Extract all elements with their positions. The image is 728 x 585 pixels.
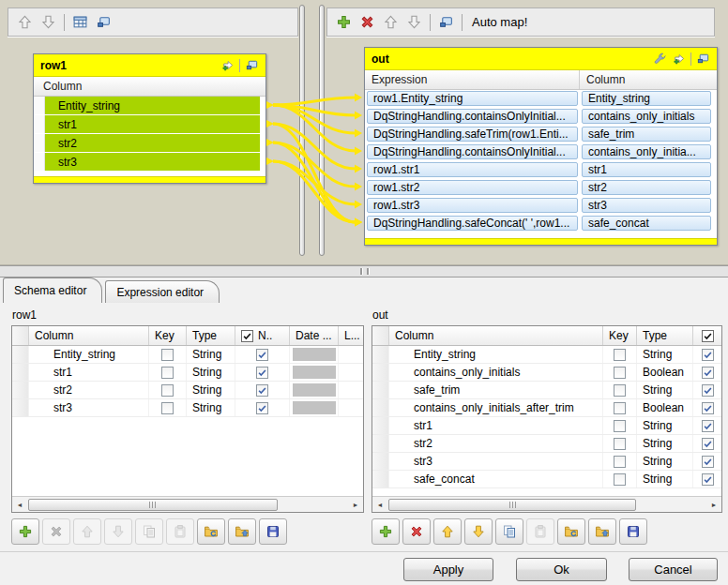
nullable-checkbox[interactable] — [256, 367, 268, 379]
input-row[interactable]: str3 — [34, 153, 265, 172]
schema-row[interactable]: str2String — [372, 435, 721, 453]
schema-row[interactable]: str3String — [12, 399, 363, 417]
detach-window-icon[interactable] — [438, 14, 454, 30]
schema-type[interactable]: Boolean — [637, 364, 693, 381]
move-up-button[interactable] — [73, 518, 101, 545]
schema-row[interactable]: str1String — [372, 417, 721, 435]
add-output-icon[interactable] — [672, 52, 686, 66]
settings-wrench-icon[interactable] — [653, 52, 667, 66]
horizontal-scrollbar[interactable]: ◄► — [12, 496, 363, 512]
output-expression[interactable]: DqStringHandling.containsOnlyInitial... — [367, 109, 578, 124]
key-checkbox[interactable] — [614, 438, 626, 450]
remove-icon[interactable] — [359, 14, 375, 30]
add-icon[interactable] — [336, 14, 352, 30]
schema-type[interactable]: String — [187, 346, 235, 363]
schema-row[interactable]: Entity_stringString — [372, 346, 721, 364]
output-row[interactable]: DqStringHandling.safeConcat(' ',row1...s… — [365, 215, 717, 232]
horizontal-scrollbar[interactable]: ◄► — [372, 496, 721, 512]
export-button[interactable] — [588, 518, 616, 545]
nullable-checkbox[interactable] — [256, 349, 268, 361]
table-view-icon[interactable] — [72, 14, 88, 30]
import-button[interactable] — [557, 518, 585, 545]
nullable-header[interactable]: N.. — [235, 326, 290, 345]
nullable-checkbox[interactable] — [702, 420, 714, 432]
nullable-checkbox[interactable] — [702, 402, 714, 414]
output-expression[interactable]: DqStringHandling.safeConcat(' ',row1... — [367, 216, 578, 231]
tab-schema-editor[interactable]: Schema editor — [3, 278, 102, 303]
output-row[interactable]: row1.str3str3 — [365, 197, 717, 215]
output-column-name[interactable]: contains_only_initials — [582, 109, 711, 124]
schema-row[interactable]: Entity_stringString — [12, 346, 363, 364]
key-header[interactable]: Key — [603, 326, 637, 345]
horizontal-splitter[interactable] — [0, 265, 728, 278]
output-expression[interactable]: DqStringHandling.containsOnlyInitial... — [367, 144, 578, 159]
output-expression[interactable]: row1.str3 — [367, 198, 578, 213]
output-expression[interactable]: row1.Entity_string — [367, 91, 578, 106]
key-checkbox[interactable] — [161, 349, 174, 361]
nullable-all-checkbox[interactable] — [702, 330, 714, 342]
scrollbar-thumb[interactable] — [388, 499, 636, 511]
output-expression[interactable]: row1.str2 — [367, 180, 578, 195]
type-header[interactable]: Type — [637, 326, 693, 345]
add-button[interactable] — [372, 518, 400, 545]
apply-button[interactable]: Apply — [403, 558, 493, 581]
output-row[interactable]: row1.str2str2 — [365, 179, 717, 197]
column-header[interactable]: Column — [389, 326, 603, 345]
output-column-name[interactable]: safe_concat — [582, 216, 711, 231]
schema-row[interactable]: contains_only_initialsBoolean — [372, 364, 721, 382]
move-down-icon[interactable] — [40, 14, 56, 30]
input-row[interactable]: str2 — [34, 134, 265, 153]
output-column-name[interactable]: contains_only_initia... — [582, 144, 711, 159]
output-column-name[interactable]: str1 — [582, 162, 711, 177]
schema-type[interactable]: String — [187, 382, 235, 398]
nullable-header[interactable] — [693, 326, 721, 345]
scroll-right-icon[interactable]: ► — [706, 497, 721, 513]
scrollbar-thumb[interactable] — [28, 499, 278, 511]
paste-button[interactable] — [166, 518, 194, 545]
paste-button[interactable] — [526, 518, 554, 545]
scroll-left-icon[interactable]: ◄ — [372, 497, 387, 513]
schema-type[interactable]: String — [637, 471, 693, 488]
move-up-icon[interactable] — [17, 14, 33, 30]
move-up-icon[interactable] — [383, 14, 399, 30]
schema-type[interactable]: String — [187, 399, 235, 416]
schema-type[interactable]: Boolean — [637, 399, 693, 416]
schema-type[interactable]: String — [187, 364, 235, 381]
move-down-button[interactable] — [104, 518, 132, 545]
scroll-left-icon[interactable]: ◄ — [12, 497, 27, 513]
mapper-sash-right[interactable] — [319, 5, 325, 256]
remove-button[interactable] — [42, 518, 70, 545]
nullable-checkbox[interactable] — [702, 456, 714, 468]
schema-row[interactable]: str2String — [12, 382, 363, 399]
key-checkbox[interactable] — [161, 384, 174, 397]
output-row[interactable]: row1.Entity_stringEntity_string — [365, 90, 717, 108]
schema-row[interactable]: contains_only_initials_after_trimBoolean — [372, 399, 721, 417]
cancel-button[interactable]: Cancel — [629, 558, 718, 581]
schema-row[interactable]: str3String — [372, 453, 721, 471]
ok-button[interactable]: Ok — [516, 558, 607, 581]
schema-row[interactable]: safe_trimString — [372, 382, 721, 399]
output-column-name[interactable]: safe_trim — [582, 127, 711, 142]
schema-type[interactable]: String — [637, 382, 693, 398]
key-checkbox[interactable] — [614, 384, 626, 397]
input-row[interactable]: str1 — [34, 115, 265, 134]
length-header[interactable]: L... — [339, 326, 363, 345]
output-column-name[interactable]: str2 — [582, 180, 711, 195]
nullable-checkbox[interactable] — [702, 473, 714, 486]
nullable-checkbox[interactable] — [702, 384, 714, 397]
nullable-checkbox[interactable] — [702, 367, 714, 379]
output-row[interactable]: DqStringHandling.safeTrim(row1.Enti...sa… — [365, 126, 717, 143]
copy-button[interactable] — [495, 518, 523, 545]
detach-window-icon[interactable] — [245, 58, 259, 72]
nullable-checkbox[interactable] — [702, 349, 714, 361]
move-down-icon[interactable] — [406, 14, 422, 30]
schema-row[interactable]: safe_concatString — [372, 471, 721, 488]
schema-type[interactable]: String — [637, 435, 693, 452]
output-expression[interactable]: DqStringHandling.safeTrim(row1.Enti... — [367, 127, 578, 142]
nullable-all-checkbox[interactable] — [241, 330, 253, 342]
key-checkbox[interactable] — [614, 420, 626, 432]
output-row[interactable]: row1.str1str1 — [365, 161, 717, 179]
copy-button[interactable] — [135, 518, 163, 545]
import-button[interactable] — [197, 518, 225, 545]
detach-window-icon[interactable] — [96, 14, 112, 30]
